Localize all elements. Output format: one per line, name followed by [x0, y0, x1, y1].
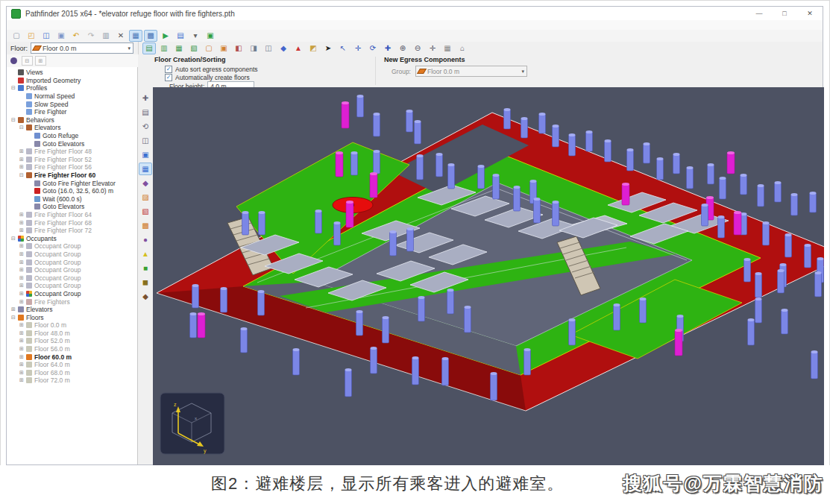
measure-tool-icon[interactable]: ◼ — [139, 276, 152, 289]
occupant-cylinder[interactable] — [504, 108, 511, 129]
occupant-cylinder[interactable] — [406, 110, 413, 132]
occupant-cylinder[interactable] — [390, 230, 397, 256]
fire-fighter-cylinder[interactable] — [727, 151, 735, 174]
tree-expander[interactable]: ⊞ — [19, 251, 26, 257]
occupant-cylinder[interactable] — [586, 130, 593, 151]
fire-fighter-cylinder[interactable] — [198, 312, 205, 338]
tree-item[interactable]: ⊞ Fire Fighter Floor 56 — [7, 163, 137, 171]
auto-sort-checkbox[interactable]: ✓ — [165, 66, 172, 73]
occupant-cylinder[interactable] — [539, 113, 546, 133]
tree-expander[interactable]: ⊞ — [19, 259, 26, 265]
occupant-cylinder[interactable] — [521, 117, 528, 138]
tree-expander[interactable]: ⊟ — [19, 125, 26, 130]
active-draw-tool-icon[interactable]: ▦ — [139, 163, 152, 175]
elevator-tool-icon[interactable]: ● — [139, 233, 152, 246]
open-folder-icon[interactable]: ◰ — [25, 30, 38, 42]
tree-expander[interactable]: ⊞ — [19, 299, 26, 305]
tree-item-profiles[interactable]: ⊟ Profiles — [7, 84, 137, 92]
add-waypoint-icon[interactable]: ➤ — [321, 42, 335, 54]
occupant-cylinder[interactable] — [345, 368, 352, 397]
occupant-cylinder[interactable] — [775, 181, 782, 202]
occupant-cylinder[interactable] — [785, 233, 792, 257]
save-all-icon[interactable]: ▣ — [54, 30, 68, 42]
viewport-3d[interactable]: z y x — [153, 87, 824, 466]
occupant-cylinder[interactable] — [241, 327, 248, 353]
fire-fighter-cylinder[interactable] — [734, 211, 741, 235]
door-tool-icon[interactable]: ▩ — [139, 219, 152, 232]
occupant-cylinder[interactable] — [627, 148, 634, 171]
occupant-cylinder[interactable] — [640, 297, 647, 323]
occupant-cylinder[interactable] — [810, 192, 817, 212]
occupant-cylinder[interactable] — [415, 120, 421, 144]
tree-expander[interactable]: ⊞ — [19, 338, 26, 344]
occupant-cylinder[interactable] — [791, 193, 798, 215]
occupant-cylinder[interactable] — [491, 372, 497, 400]
occupant-cylinder[interactable] — [741, 174, 747, 195]
occupant-cylinder[interactable] — [371, 347, 377, 374]
occupant-cylinder[interactable] — [718, 215, 725, 238]
occupant-cylinder[interactable] — [673, 153, 680, 174]
collapse-all-button[interactable]: ⊟ — [22, 56, 33, 66]
tree-item[interactable]: ⊞ Occupant Group — [7, 251, 137, 259]
occupant-cylinder[interactable] — [407, 227, 414, 251]
tree-expander[interactable]: ⊞ — [19, 370, 26, 376]
tree-expander[interactable]: ⊞ — [19, 322, 26, 328]
tree-item[interactable]: ⊞ Floor 0.0 m — [7, 321, 137, 330]
duplicate-objects-icon[interactable]: ▧ — [187, 42, 201, 54]
select-objects-icon[interactable]: ▤ — [142, 42, 156, 54]
occupant-cylinder[interactable] — [357, 95, 364, 117]
occupant-cylinder[interactable] — [534, 198, 541, 223]
tree-item[interactable]: Wait (600.0 s) — [7, 195, 137, 204]
pan-tool-icon[interactable]: ✛ — [351, 42, 365, 54]
tree-item[interactable]: ⊞ Fire Fighter Floor 72 — [7, 227, 137, 235]
tree-item[interactable]: ⊞ Occupant Group — [7, 242, 137, 251]
occupant-cylinder[interactable] — [811, 350, 818, 379]
tree-expander[interactable]: ⊞ — [19, 220, 26, 226]
tree-expander[interactable]: ⊞ — [19, 354, 26, 360]
occupant-cylinder[interactable] — [569, 133, 576, 156]
fire-fighter-cylinder[interactable] — [342, 101, 349, 128]
occupant-cylinder[interactable] — [763, 221, 770, 245]
tree-item[interactable]: ⊞ Fire Fighter Floor 68 — [7, 218, 137, 227]
edit-group-icon[interactable]: ▣ — [217, 42, 230, 54]
draw-thin-wall-icon[interactable]: ◫ — [262, 42, 275, 54]
occupant-cylinder[interactable] — [778, 269, 785, 293]
occupant-cylinder[interactable] — [702, 204, 708, 226]
add-stairs-icon[interactable]: ▲ — [292, 42, 305, 54]
select-tool-icon[interactable]: ↖ — [336, 42, 350, 54]
tree-item[interactable]: Goto Fire Fighter Elevator — [7, 179, 137, 187]
camera-tool-icon[interactable]: ◆ — [139, 290, 152, 303]
occupant-cylinder[interactable] — [374, 113, 380, 136]
occupant-cylinder[interactable] — [258, 290, 265, 315]
hole-tool-icon[interactable]: ◆ — [139, 177, 152, 189]
tree-expander[interactable]: ⊟ — [11, 315, 18, 321]
minimize-button[interactable]: — — [746, 7, 772, 20]
occupant-cylinder[interactable] — [782, 309, 788, 334]
tree-expander[interactable]: ⊞ — [19, 377, 26, 383]
measure-icon[interactable]: ✛ — [426, 42, 439, 54]
copy-icon[interactable]: ▥ — [99, 30, 113, 42]
occupant-cylinder[interactable] — [644, 142, 650, 163]
maximize-button[interactable]: □ — [772, 7, 797, 20]
occupant-cylinder[interactable] — [657, 157, 664, 180]
zoom-in-icon[interactable]: ⊕ — [396, 42, 409, 54]
tree-item[interactable]: ⊞ Fire Fighter Floor 48 — [7, 148, 137, 156]
add-door-icon[interactable]: ◆ — [277, 42, 290, 54]
tree-item[interactable]: Fire Fighter — [7, 108, 137, 116]
occupant-cylinder[interactable] — [614, 303, 620, 330]
tree-item[interactable]: ⊞ Occupant Group — [7, 258, 137, 266]
pathfinder-results-icon[interactable]: ▣ — [204, 30, 217, 42]
occupant-tool-icon[interactable]: ▲ — [139, 248, 152, 260]
tree-expander[interactable]: ⊞ — [19, 346, 26, 352]
floor-dropdown[interactable]: Floor 0.0 m ▾ — [31, 42, 133, 54]
exit-tool-icon[interactable]: ■ — [139, 262, 152, 274]
tree-item[interactable]: Goto Refuge — [7, 132, 137, 140]
occupant-cylinder[interactable] — [465, 306, 471, 333]
tree-item[interactable]: ⊟ Elevators — [7, 124, 137, 132]
occupant-cylinder[interactable] — [755, 272, 762, 297]
tree-item-views[interactable]: Views — [7, 69, 137, 77]
tree-item-occupant-group-active[interactable]: ⊞ Occupant Group — [7, 290, 137, 298]
tree-item-fire-fighter-floor-60[interactable]: ⊟ Fire Fighter Floor 60 — [7, 171, 137, 180]
tree-item-behaviors[interactable]: ⊟ Behaviors — [7, 116, 137, 125]
occupant-cylinder[interactable] — [192, 284, 199, 308]
